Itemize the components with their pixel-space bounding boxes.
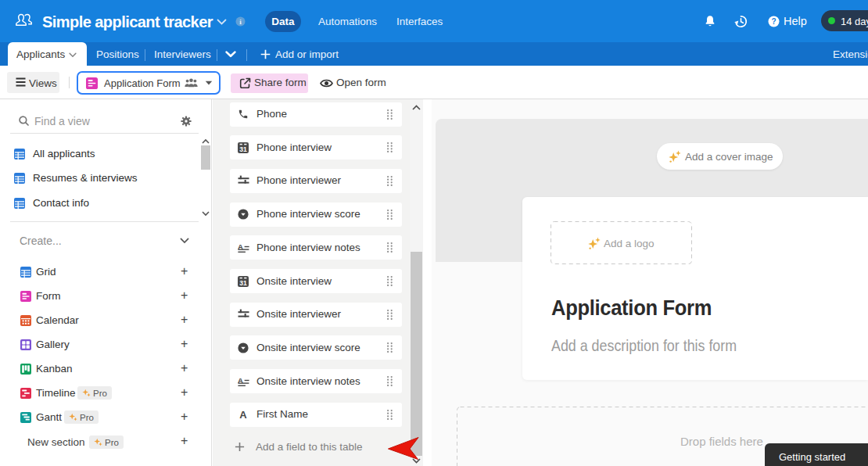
- svg-text:?: ?: [771, 17, 776, 26]
- svg-text:31: 31: [239, 145, 247, 152]
- svg-text:31: 31: [239, 278, 247, 286]
- svg-text:A: A: [239, 409, 247, 420]
